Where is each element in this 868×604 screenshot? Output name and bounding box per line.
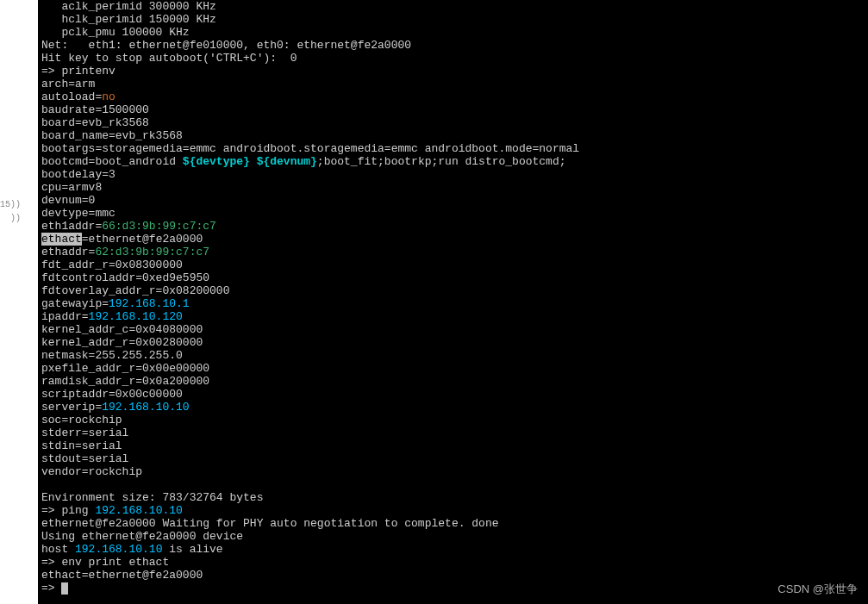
env-kernel-addr-c: kernel_addr_c=0x04080000 xyxy=(41,323,203,336)
env-kernel-addr-r: kernel_addr_r=0x00280000 xyxy=(41,336,203,349)
env-bootcmd-key: bootcmd=boot_android xyxy=(41,155,183,168)
env-soc: soc=rockchip xyxy=(41,414,122,427)
env-size: Environment size: 783/32764 bytes xyxy=(41,491,263,504)
env-ramdisk: ramdisk_addr_r=0x0a200000 xyxy=(41,375,209,388)
terminal-output[interactable]: aclk_perimid 300000 KHz hclk_perimid 150… xyxy=(38,0,868,604)
autoboot-line: Hit key to stop autoboot('CTRL+C'): 0 xyxy=(41,52,297,65)
env-ipaddr-val: 192.168.10.120 xyxy=(89,310,183,323)
env-ipaddr-key: ipaddr= xyxy=(41,310,89,323)
env-fdt-addr-r: fdt_addr_r=0x08300000 xyxy=(41,258,183,271)
env-ethaddr-key: ethaddr= xyxy=(41,246,95,258)
gutter-line: 15)) xyxy=(0,198,21,212)
env-ethact-rest: =ethernet@fe2a0000 xyxy=(82,233,203,246)
env-fdtoverlay: fdtoverlay_addr_r=0x08200000 xyxy=(41,284,229,297)
env-ethaddr-val: 62:d3:9b:99:c7:c7 xyxy=(95,246,209,258)
host-post: is alive xyxy=(162,543,222,556)
host-pre: host xyxy=(41,543,75,556)
env-eth1addr-key: eth1addr= xyxy=(41,220,102,233)
env-fdtcontroladdr: fdtcontroladdr=0xed9e5950 xyxy=(41,271,209,284)
env-vendor: vendor=rockchip xyxy=(41,465,142,478)
env-gatewayip-val: 192.168.10.1 xyxy=(109,297,190,310)
env-scriptaddr: scriptaddr=0x00c00000 xyxy=(41,388,183,401)
env-gatewayip-key: gatewayip= xyxy=(41,297,109,310)
ping-ip: 192.168.10.10 xyxy=(95,504,182,517)
host-ip: 192.168.10.10 xyxy=(75,543,162,556)
env-serverip-val: 192.168.10.10 xyxy=(102,401,189,414)
env-board-name: board_name=evb_rk3568 xyxy=(41,129,183,142)
phy-line: ethernet@fe2a0000 Waiting for PHY auto n… xyxy=(41,517,499,530)
env-bootdelay: bootdelay=3 xyxy=(41,168,116,181)
env-ethact-key: ethact xyxy=(41,233,82,246)
env-autoload-key: autoload= xyxy=(41,90,102,103)
gutter-line: )) xyxy=(0,212,21,226)
env-board: board=evb_rk3568 xyxy=(41,116,149,129)
env-bootcmd-vars: ${devtype} ${devnum} xyxy=(183,155,317,168)
env-netmask: netmask=255.255.255.0 xyxy=(41,349,183,362)
prompt-envprint: => env print ethact xyxy=(41,556,169,569)
env-devnum: devnum=0 xyxy=(41,194,95,207)
clock-line: aclk_perimid 300000 KHz xyxy=(41,0,216,13)
env-arch: arch=arm xyxy=(41,78,95,90)
env-cpu: cpu=armv8 xyxy=(41,181,102,194)
env-bootargs: bootargs=storagemedia=emmc androidboot.s… xyxy=(41,142,579,155)
prompt-ping: => ping xyxy=(41,504,95,517)
ethact-output: ethact=ethernet@fe2a0000 xyxy=(41,569,203,582)
using-line: Using ethernet@fe2a0000 device xyxy=(41,530,243,543)
env-eth1addr-val: 66:d3:9b:99:c7:c7 xyxy=(102,220,216,233)
prompt-printenv: => printenv xyxy=(41,65,116,78)
clock-line: pclk_pmu 100000 KHz xyxy=(41,26,190,39)
env-autoload-val: no xyxy=(102,90,116,103)
env-stdin: stdin=serial xyxy=(41,439,122,452)
env-pxefile: pxefile_addr_r=0x00e00000 xyxy=(41,362,209,375)
env-stderr: stderr=serial xyxy=(41,427,128,439)
env-baudrate: baudrate=1500000 xyxy=(41,103,149,116)
prompt-last: => xyxy=(41,582,61,595)
clock-line: hclk_perimid 150000 KHz xyxy=(41,13,216,26)
net-line: Net: eth1: ethernet@fe010000, eth0: ethe… xyxy=(41,39,411,52)
env-bootcmd-rest: ;boot_fit;bootrkp;run distro_bootcmd; xyxy=(317,155,566,168)
gutter: 15)) )) xyxy=(0,198,21,226)
env-stdout: stdout=serial xyxy=(41,452,128,465)
env-serverip-key: serverip= xyxy=(41,401,102,414)
cursor-icon xyxy=(61,582,68,595)
env-devtype: devtype=mmc xyxy=(41,207,116,220)
